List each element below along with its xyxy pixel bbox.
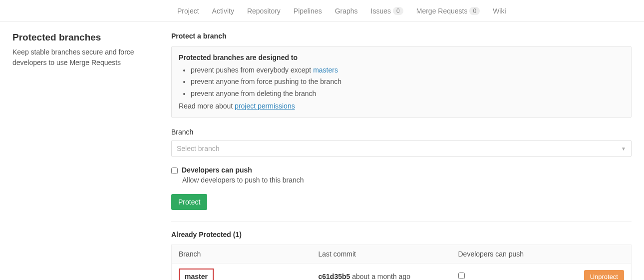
info-bullet-2: prevent anyone from force pushing to the… — [191, 76, 624, 88]
branch-name[interactable]: master — [179, 268, 214, 280]
developers-can-push-help: Allow developers to push to this branch — [182, 176, 632, 184]
nav-pipelines[interactable]: Pipelines — [287, 1, 328, 21]
sidebar-title: Protected branches — [12, 32, 161, 43]
col-branch: Branch — [172, 245, 312, 264]
table-row: master c61d35b5 about a month ago Unprot… — [172, 264, 632, 280]
developers-can-push-label: Developers can push — [182, 166, 252, 174]
nav-activity[interactable]: Activity — [206, 1, 241, 21]
project-permissions-link[interactable]: project permissions — [235, 102, 295, 110]
commit-hash[interactable]: c61d35b5 — [319, 272, 350, 280]
unprotect-button[interactable]: Unprotect — [584, 270, 624, 280]
info-panel: Protected branches are designed to preve… — [171, 46, 632, 118]
branch-label: Branch — [171, 128, 632, 136]
row-dev-push-checkbox[interactable] — [458, 272, 465, 279]
separator — [171, 221, 632, 222]
top-nav: Project Activity Repository Pipelines Gr… — [0, 0, 644, 22]
sidebar-description: Keep stable branches secure and force de… — [12, 47, 161, 68]
developers-can-push-checkbox[interactable] — [171, 168, 178, 174]
branch-select-placeholder: Select branch — [177, 144, 220, 152]
chevron-down-icon: ▼ — [621, 146, 626, 152]
info-bullet-1: prevent pushes from everybody except mas… — [191, 64, 624, 76]
nav-project[interactable]: Project — [171, 1, 206, 21]
col-dev-push: Developers can push — [451, 245, 561, 264]
masters-link[interactable]: masters — [313, 66, 338, 74]
nav-repository[interactable]: Repository — [241, 1, 287, 21]
nav-issues[interactable]: Issues0 — [364, 1, 410, 21]
info-bullet-3: prevent anyone from deleting the branch — [191, 88, 624, 100]
nav-graphs[interactable]: Graphs — [328, 1, 364, 21]
issues-badge: 0 — [393, 7, 403, 15]
col-last-commit: Last commit — [312, 245, 451, 264]
settings-sidebar: Protected branches Keep stable branches … — [12, 32, 171, 280]
protect-branch-heading: Protect a branch — [171, 32, 632, 40]
nav-merge-requests[interactable]: Merge Requests0 — [410, 1, 486, 21]
nav-wiki[interactable]: Wiki — [486, 1, 512, 21]
info-readmore: Read more about project permissions — [179, 101, 624, 112]
merge-requests-badge: 0 — [469, 7, 480, 15]
protected-table: Branch Last commit Developers can push m… — [171, 244, 632, 280]
protect-button[interactable]: Protect — [171, 194, 207, 210]
branch-select[interactable]: Select branch ▼ — [171, 140, 632, 157]
info-intro: Protected branches are designed to — [179, 52, 624, 64]
already-protected-heading: Already Protected (1) — [171, 230, 632, 238]
col-actions — [561, 245, 632, 264]
